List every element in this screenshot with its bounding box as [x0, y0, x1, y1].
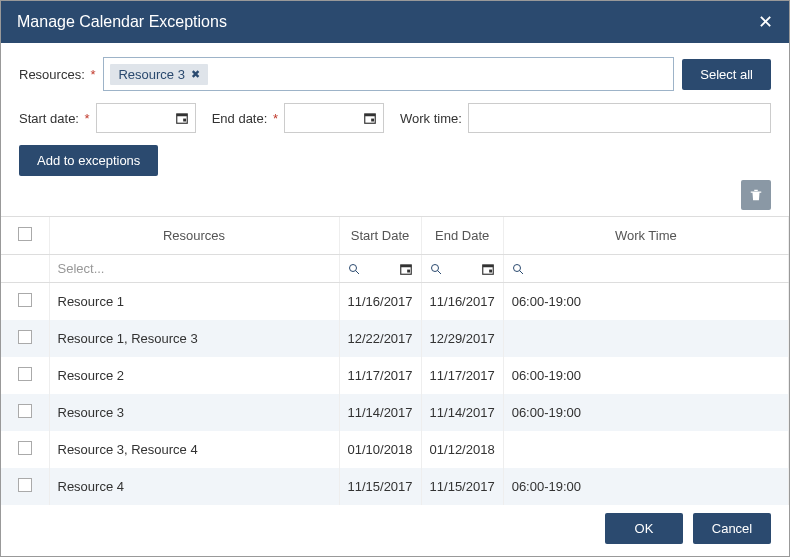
ok-button[interactable]: OK [605, 513, 683, 544]
exceptions-grid: Resources Start Date End Date Work Time … [1, 216, 789, 505]
dialog-title: Manage Calendar Exceptions [17, 13, 227, 31]
delete-button[interactable] [741, 180, 771, 210]
cell-start: 12/22/2017 [339, 320, 421, 357]
column-header-work[interactable]: Work Time [503, 217, 788, 255]
cell-end: 11/14/2017 [421, 394, 503, 431]
select-all-checkbox[interactable] [18, 227, 32, 241]
row-checkbox[interactable] [18, 441, 32, 455]
svg-rect-2 [183, 119, 186, 122]
column-header-start[interactable]: Start Date [339, 217, 421, 255]
table-row[interactable]: Resource 111/16/201711/16/201706:00-19:0… [1, 283, 789, 321]
work-time-input[interactable] [468, 103, 771, 133]
column-header-resources[interactable]: Resources [49, 217, 339, 255]
svg-rect-4 [365, 114, 376, 116]
svg-rect-1 [176, 114, 187, 116]
cell-end: 11/16/2017 [421, 283, 503, 321]
cell-end: 12/29/2017 [421, 320, 503, 357]
table-row[interactable]: Resource 411/15/201711/15/201706:00-19:0… [1, 468, 789, 505]
svg-rect-15 [489, 269, 492, 272]
cell-start: 01/10/2018 [339, 431, 421, 468]
resources-input[interactable]: Resource 3 ✖ [103, 57, 674, 91]
cell-start: 11/16/2017 [339, 283, 421, 321]
row-checkbox[interactable] [18, 367, 32, 381]
cell-end: 11/15/2017 [421, 468, 503, 505]
row-checkbox[interactable] [18, 293, 32, 307]
cell-work: 06:00-19:00 [503, 394, 788, 431]
select-all-button[interactable]: Select all [682, 59, 771, 90]
work-time-label: Work time: [400, 111, 462, 126]
cell-resources: Resource 2 [49, 357, 339, 394]
header-checkbox-cell [1, 217, 49, 255]
start-date-input[interactable] [96, 103, 196, 133]
table-row[interactable]: Resource 3, Resource 401/10/201801/12/20… [1, 431, 789, 468]
row-checkbox[interactable] [18, 330, 32, 344]
cell-start: 11/14/2017 [339, 394, 421, 431]
cell-work: 06:00-19:00 [503, 357, 788, 394]
cell-work: 06:00-19:00 [503, 283, 788, 321]
table-row[interactable]: Resource 211/17/201711/17/201706:00-19:0… [1, 357, 789, 394]
cell-resources: Resource 1 [49, 283, 339, 321]
svg-point-16 [513, 264, 520, 271]
cell-resources: Resource 4 [49, 468, 339, 505]
svg-rect-14 [482, 264, 493, 266]
cell-work [503, 320, 788, 357]
cell-work: 06:00-19:00 [503, 468, 788, 505]
svg-line-17 [519, 270, 523, 274]
add-to-exceptions-button[interactable]: Add to exceptions [19, 145, 158, 176]
search-icon[interactable] [512, 263, 524, 275]
svg-rect-9 [400, 264, 411, 266]
dialog: Manage Calendar Exceptions ✕ Resources: … [0, 0, 790, 557]
svg-point-11 [431, 264, 438, 271]
resource-tag[interactable]: Resource 3 ✖ [110, 64, 207, 85]
cell-resources: Resource 3 [49, 394, 339, 431]
search-icon[interactable] [430, 263, 442, 275]
svg-rect-10 [407, 269, 410, 272]
cell-resources: Resource 1, Resource 3 [49, 320, 339, 357]
calendar-icon[interactable] [175, 111, 189, 125]
end-date-input[interactable] [284, 103, 384, 133]
remove-tag-icon[interactable]: ✖ [191, 68, 200, 81]
cell-start: 11/17/2017 [339, 357, 421, 394]
cell-end: 01/12/2018 [421, 431, 503, 468]
resources-label: Resources: * [19, 67, 95, 82]
cell-resources: Resource 3, Resource 4 [49, 431, 339, 468]
search-icon[interactable] [348, 263, 360, 275]
svg-rect-5 [371, 119, 374, 122]
title-bar: Manage Calendar Exceptions ✕ [1, 1, 789, 43]
calendar-icon[interactable] [481, 262, 495, 276]
svg-point-6 [349, 264, 356, 271]
start-date-filter[interactable] [348, 262, 413, 276]
table-row[interactable]: Resource 1, Resource 312/22/201712/29/20… [1, 320, 789, 357]
start-date-label: Start date: * [19, 111, 90, 126]
resources-filter[interactable]: Select... [58, 261, 105, 276]
trash-icon [749, 187, 763, 203]
resource-tag-label: Resource 3 [118, 67, 184, 82]
svg-line-12 [437, 270, 441, 274]
row-checkbox[interactable] [18, 478, 32, 492]
row-checkbox[interactable] [18, 404, 32, 418]
calendar-icon[interactable] [399, 262, 413, 276]
calendar-icon[interactable] [363, 111, 377, 125]
cell-end: 11/17/2017 [421, 357, 503, 394]
column-header-end[interactable]: End Date [421, 217, 503, 255]
table-row[interactable]: Resource 311/14/201711/14/201706:00-19:0… [1, 394, 789, 431]
end-date-label: End date: * [212, 111, 278, 126]
cancel-button[interactable]: Cancel [693, 513, 771, 544]
svg-line-7 [355, 270, 359, 274]
filter-row: Select... [1, 255, 789, 283]
close-icon[interactable]: ✕ [758, 11, 773, 33]
cell-work [503, 431, 788, 468]
cell-start: 11/15/2017 [339, 468, 421, 505]
end-date-filter[interactable] [430, 262, 495, 276]
work-time-filter[interactable] [512, 263, 780, 275]
